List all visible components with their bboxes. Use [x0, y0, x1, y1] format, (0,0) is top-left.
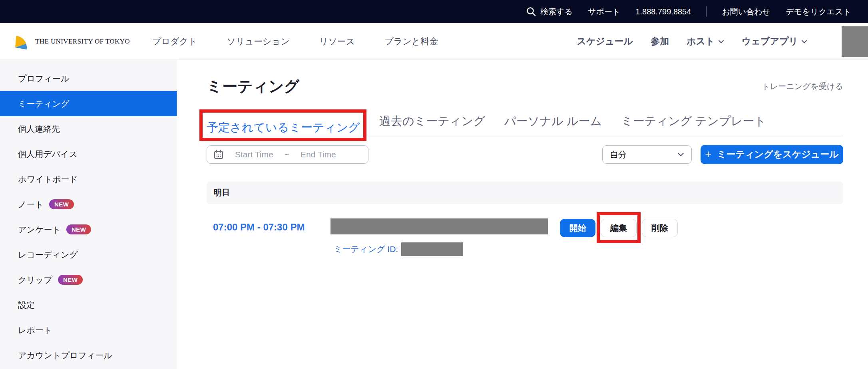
meeting-actions: 開始 編集 削除 [560, 218, 678, 237]
sidebar-item-label: アカウントプロフィール [18, 350, 112, 361]
edit-button[interactable]: 編集 [601, 219, 637, 237]
sidebar-item-label: プロフィール [18, 73, 69, 84]
sidebar-item-notes[interactable]: ノート NEW [0, 192, 177, 217]
nav-join[interactable]: 参加 [651, 35, 669, 48]
meeting-time: 07:00 PM - 07:30 PM [207, 218, 324, 233]
meeting-id-line: ミーティング ID: [334, 242, 548, 256]
new-badge: NEW [66, 224, 92, 234]
meeting-details: ミーティング ID: [324, 218, 548, 256]
sidebar: プロフィール ミーティング 個人連絡先 個人用デバイス ホワイトボード ノート … [0, 60, 177, 369]
page-body: プロフィール ミーティング 個人連絡先 個人用デバイス ホワイトボード ノート … [0, 60, 868, 369]
ginkgo-leaf-icon [12, 33, 30, 50]
nav-products[interactable]: プロダクト [152, 36, 197, 48]
university-logo-text: THE UNIVERSITY OF TOKYO [35, 38, 130, 46]
date-group-label: 明日 [214, 187, 230, 198]
sidebar-item-recordings[interactable]: レコーディング [0, 242, 177, 267]
sidebar-item-settings[interactable]: 設定 [0, 292, 177, 317]
sidebar-item-meetings[interactable]: ミーティング [0, 91, 177, 116]
date-group-header: 明日 [207, 182, 843, 204]
search-label: 検索する [540, 6, 573, 17]
meeting-row: 07:00 PM - 07:30 PM ミーティング ID: 開始 編集 削除 [207, 218, 843, 256]
meeting-id-redacted [401, 242, 463, 256]
phone-link[interactable]: 1.888.799.8854 [635, 7, 691, 16]
tab-meeting-templates[interactable]: ミーティング テンプレート [621, 113, 766, 136]
host-filter-select[interactable]: 自分 [602, 145, 692, 164]
university-logo[interactable]: THE UNIVERSITY OF TOKYO [12, 33, 130, 50]
sidebar-item-label: 個人連絡先 [18, 123, 60, 135]
sidebar-item-personal-contacts[interactable]: 個人連絡先 [0, 116, 177, 141]
tab-previous-meetings[interactable]: 過去のミーティング [379, 113, 485, 136]
start-time-placeholder[interactable]: Start Time [235, 150, 273, 159]
primary-nav: プロダクト ソリューション リソース プランと料金 [152, 36, 438, 48]
navbar: THE UNIVERSITY OF TOKYO プロダクト ソリューション リソ… [0, 23, 868, 60]
nav-resources[interactable]: リソース [319, 36, 355, 48]
sidebar-item-label: ホワイトボード [18, 174, 78, 185]
sidebar-item-label: クリップ [18, 274, 52, 286]
end-time-placeholder[interactable]: End Time [301, 150, 336, 159]
tab-personal-room[interactable]: パーソナル ルーム [504, 113, 602, 136]
sidebar-item-personal-devices[interactable]: 個人用デバイス [0, 141, 177, 167]
nav-solutions[interactable]: ソリューション [227, 36, 290, 48]
chevron-down-icon [801, 40, 807, 44]
chevron-down-icon [718, 40, 724, 44]
nav-host[interactable]: ホスト [687, 35, 724, 48]
nav-web-app[interactable]: ウェブアプリ [742, 35, 807, 48]
request-demo-link[interactable]: デモをリクエスト [786, 6, 851, 17]
plus-icon: + [705, 149, 711, 160]
search-button[interactable]: 検索する [526, 6, 573, 17]
host-filter-value: 自分 [610, 149, 627, 160]
main-content: ミーティング トレーニングを受ける 予定されているミーティング 過去のミーティン… [177, 60, 868, 369]
schedule-meeting-button[interactable]: + ミーティングをスケジュール [701, 145, 843, 164]
sidebar-item-label: ミーティング [18, 98, 69, 109]
nav-host-label: ホスト [687, 35, 715, 48]
range-separator: ~ [285, 150, 289, 159]
chevron-down-icon [677, 152, 684, 157]
tab-upcoming-meetings[interactable]: 予定されているミーティング [207, 121, 360, 140]
support-link[interactable]: サポート [588, 6, 620, 17]
new-badge: NEW [49, 199, 74, 209]
nav-schedule[interactable]: スケジュール [577, 35, 633, 48]
sidebar-item-whiteboard[interactable]: ホワイトボード [0, 167, 177, 192]
nav-web-app-label: ウェブアプリ [742, 35, 798, 48]
nav-plans-pricing[interactable]: プランと料金 [384, 36, 438, 48]
sidebar-item-label: 設定 [18, 300, 35, 311]
meetings-tabs: 予定されているミーティング 過去のミーティング パーソナル ルーム ミーティング… [207, 113, 843, 136]
sidebar-item-label: アンケート [18, 224, 61, 235]
meeting-id-label: ミーティング ID: [334, 244, 398, 255]
schedule-meeting-button-label: ミーティングをスケジュール [717, 148, 839, 161]
secondary-nav: スケジュール 参加 ホスト ウェブアプリ [577, 26, 868, 57]
meeting-topic-redacted[interactable] [330, 218, 548, 234]
search-icon [526, 6, 536, 17]
new-badge: NEW [58, 275, 83, 285]
contact-link[interactable]: お問い合わせ [722, 6, 770, 17]
sidebar-item-account-profile[interactable]: アカウントプロフィール [0, 343, 177, 368]
delete-button[interactable]: 削除 [642, 219, 678, 237]
sidebar-item-label: 個人用デバイス [18, 149, 78, 160]
sidebar-item-reports[interactable]: レポート [0, 317, 177, 343]
topbar-divider [706, 6, 707, 17]
sidebar-item-clips[interactable]: クリップ NEW [0, 267, 177, 292]
calendar-icon [213, 149, 224, 160]
page-title: ミーティング [207, 77, 299, 96]
sidebar-item-label: ノート [18, 199, 44, 210]
sidebar-item-profile[interactable]: プロフィール [0, 66, 177, 91]
sidebar-item-label: レコーディング [18, 249, 78, 260]
sidebar-item-label: レポート [18, 325, 52, 336]
filter-row: Start Time ~ End Time 自分 + ミーティングをスケジュール [207, 145, 843, 164]
date-range-picker[interactable]: Start Time ~ End Time [207, 145, 368, 164]
get-training-link[interactable]: トレーニングを受ける [762, 81, 843, 92]
start-button[interactable]: 開始 [560, 219, 595, 237]
sidebar-item-surveys[interactable]: アンケート NEW [0, 217, 177, 242]
topbar: 検索する サポート 1.888.799.8854 お問い合わせ デモをリクエスト [0, 0, 868, 23]
avatar[interactable] [842, 26, 868, 57]
